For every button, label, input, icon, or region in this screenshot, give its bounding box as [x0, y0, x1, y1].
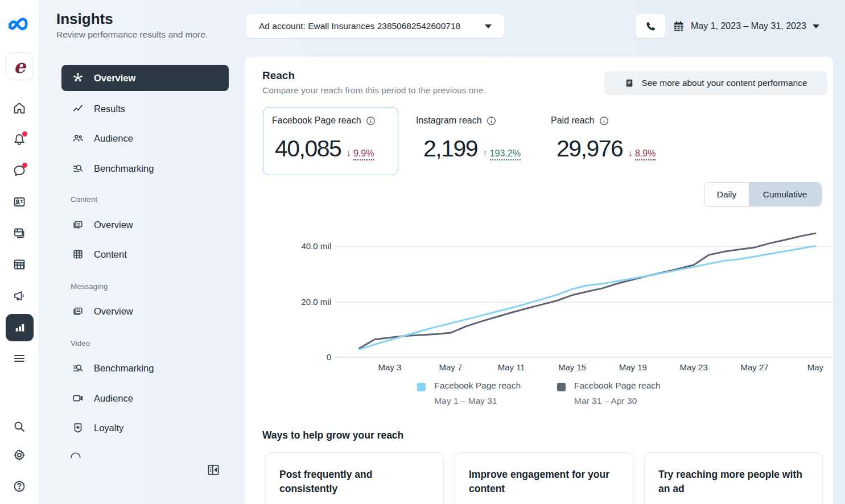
settings-icon[interactable] — [13, 448, 26, 462]
nav-item-content-content[interactable]: Content — [61, 242, 229, 267]
up-arrow-icon: ↑ — [483, 148, 488, 159]
legend-entry-previous[interactable]: Facebook Page reach Mar 31 – Apr 30 — [557, 381, 661, 406]
search-icon[interactable] — [13, 420, 26, 433]
nav-item-messaging-overview[interactable]: Overview — [61, 299, 229, 324]
y-tick-label: 40.0 mil — [280, 241, 331, 251]
chart-legend: Facebook Page reach May 1 – May 31 Faceb… — [245, 381, 833, 406]
metric-title-paid: Paid reach — [551, 115, 609, 126]
collapse-panel-icon[interactable] — [206, 462, 221, 477]
metric-title-instagram: Instagram reach — [416, 115, 496, 126]
date-range-picker[interactable]: May 1, 2023 – May 31, 2023 — [673, 14, 819, 38]
nav-item-video-benchmarking[interactable]: Benchmarking — [61, 356, 229, 381]
content-table-icon — [72, 248, 84, 261]
x-tick-label: May 15 — [549, 362, 596, 372]
x-tick-label: May — [792, 362, 839, 372]
video-camera-icon — [72, 392, 84, 404]
content-overview-icon — [72, 218, 84, 231]
phone-icon — [645, 20, 657, 32]
x-tick-label: May 11 — [488, 362, 535, 372]
results-trend-icon — [72, 102, 84, 115]
chevron-down-icon — [813, 24, 819, 28]
info-icon[interactable] — [366, 116, 376, 126]
metric-title-facebook: Facebook Page reach — [272, 115, 376, 126]
x-tick-label: May 23 — [670, 362, 718, 372]
grow-card-try-an-ad[interactable]: Try reaching more people with an ad Face… — [644, 452, 823, 504]
nav-item-label: Overview — [94, 306, 133, 317]
home-icon[interactable] — [13, 101, 26, 115]
nav-item-video-loyalty[interactable]: Loyalty — [61, 415, 229, 440]
nav-item-label: Results — [94, 104, 125, 114]
legend-swatch-current — [417, 383, 426, 391]
metric-value-paid: 29,976 ↓8.9% — [557, 135, 656, 162]
message-badge — [22, 163, 27, 168]
grow-card-post-frequently[interactable]: Post frequently and consistently Publish… — [265, 452, 444, 504]
phone-button[interactable] — [636, 14, 665, 38]
nav-item-audience[interactable]: Audience — [61, 126, 229, 151]
ad-account-label: Ad account: Ewall Insurances 23850682542… — [259, 21, 477, 31]
toggle-cumulative[interactable]: Cumulative — [749, 183, 821, 206]
y-tick-label: 0 — [280, 352, 331, 362]
messages-icon[interactable] — [13, 164, 26, 177]
down-arrow-icon: ↓ — [628, 148, 633, 159]
nav-item-label: Overview — [94, 220, 133, 230]
toggle-daily[interactable]: Daily — [704, 183, 749, 206]
overview-asterisk-icon — [72, 72, 84, 84]
chart-gridlines — [335, 246, 833, 357]
business-avatar[interactable]: e — [6, 52, 34, 80]
nav-item-label: Benchmarking — [94, 363, 154, 374]
notification-badge — [22, 131, 27, 137]
contacts-icon[interactable] — [13, 195, 26, 209]
nav-item-label: Audience — [94, 393, 133, 404]
x-tick-label: May 19 — [609, 362, 657, 372]
meta-logo-icon[interactable] — [7, 15, 31, 32]
info-icon[interactable] — [599, 116, 609, 126]
nav-item-label: Audience — [94, 133, 133, 144]
grow-section-title: Ways to help grow your reach — [262, 429, 403, 441]
nav-item-overview[interactable]: Overview — [61, 65, 229, 91]
nav-item-label: Content — [94, 249, 127, 260]
nav-section-video: Video — [71, 339, 90, 348]
down-arrow-icon: ↓ — [346, 148, 351, 159]
audience-people-icon — [72, 132, 84, 144]
posts-icon[interactable] — [13, 226, 26, 240]
benchmarking-icon — [72, 362, 84, 374]
nav-item-benchmarking[interactable]: Benchmarking — [61, 156, 229, 181]
chart-period-toggle: Daily Cumulative — [704, 182, 822, 206]
loyalty-badge-icon — [72, 422, 84, 434]
grow-card-improve-engagement[interactable]: Improve engagement for your content Medi… — [455, 452, 633, 504]
reach-subtitle: Compare your reach from this period to t… — [262, 85, 486, 96]
ads-icon[interactable] — [13, 289, 26, 303]
x-tick-label: May 7 — [427, 362, 475, 372]
nav-section-messaging: Messaging — [71, 282, 108, 291]
calendar-icon — [673, 20, 685, 32]
see-more-label: See more about your content performance — [641, 78, 807, 88]
all-tools-icon[interactable] — [13, 352, 26, 365]
nav-item-video-audience[interactable]: Audience — [61, 386, 229, 411]
nav-section-content: Content — [71, 195, 97, 204]
nav-item-content-overview[interactable]: Overview — [61, 212, 229, 237]
legend-entry-current[interactable]: Facebook Page reach May 1 – May 31 — [417, 381, 521, 406]
metric-value-instagram: 2,199 ↑193.2% — [423, 135, 521, 162]
legend-swatch-previous — [557, 383, 566, 391]
planner-icon[interactable] — [13, 258, 26, 271]
metric-value-facebook: 40,085 ↓9.9% — [275, 135, 374, 162]
date-range-label: May 1, 2023 – May 31, 2023 — [691, 21, 806, 31]
x-tick-label: May 3 — [366, 362, 414, 372]
nav-item-label: Loyalty — [94, 423, 123, 433]
page-subtitle: Review performance results and more. — [56, 30, 208, 40]
messaging-overview-icon — [72, 305, 84, 317]
nav-item-results[interactable]: Results — [61, 96, 229, 121]
reach-title: Reach — [262, 69, 295, 82]
ad-account-dropdown[interactable]: Ad account: Ewall Insurances 23850682542… — [246, 14, 504, 38]
help-icon[interactable] — [13, 480, 26, 493]
y-tick-label: 20.0 mil — [280, 297, 331, 307]
nav-item-label: Benchmarking — [94, 163, 154, 174]
partial-circle-icon — [69, 451, 82, 458]
info-icon[interactable] — [487, 116, 496, 126]
x-tick-label: May 27 — [731, 362, 778, 372]
benchmarking-icon — [72, 162, 84, 175]
see-more-button[interactable]: See more about your content performance — [604, 71, 827, 95]
insights-icon[interactable] — [6, 314, 34, 341]
notifications-icon[interactable] — [13, 133, 26, 146]
nav-item-label: Overview — [94, 73, 135, 84]
